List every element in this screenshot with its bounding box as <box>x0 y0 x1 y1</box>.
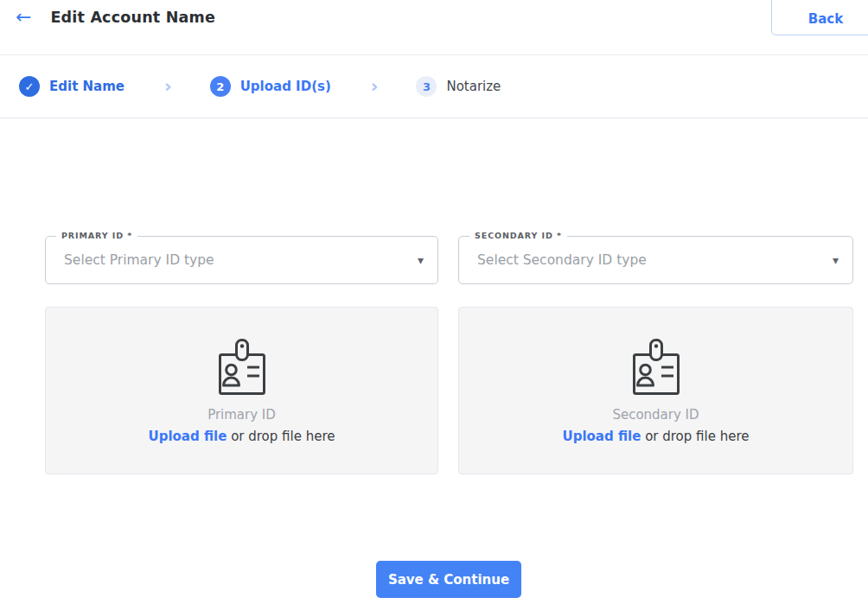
back-button[interactable]: Back <box>771 0 868 35</box>
drop-hint-text: or drop file here <box>227 429 335 444</box>
id-badge-icon <box>630 338 682 398</box>
stepper-step-notarize[interactable]: 3 Notarize <box>416 76 501 97</box>
stepper-step-upload-ids[interactable]: 2 Upload ID(s) <box>210 76 331 97</box>
secondary-id-select[interactable]: SECONDARY ID * Select Secondary ID type … <box>458 236 853 284</box>
step-label: Upload ID(s) <box>240 79 331 94</box>
primary-dropzone-hint: Upload file or drop file here <box>148 429 335 444</box>
edit-account-name-page: ← Edit Account Name Back ✓ Edit Name › 2… <box>0 0 868 604</box>
save-continue-button[interactable]: Save & Continue <box>376 561 521 598</box>
header: ← Edit Account Name Back <box>0 0 868 55</box>
chevron-right-icon: › <box>164 78 172 96</box>
header-left: ← Edit Account Name <box>12 5 215 29</box>
step-number: 2 <box>210 76 231 97</box>
id-badge-icon <box>216 338 268 398</box>
secondary-dropzone-hint: Upload file or drop file here <box>562 429 749 444</box>
drop-hint-text: or drop file here <box>641 429 749 444</box>
secondary-id-select-label: SECONDARY ID * <box>469 231 567 240</box>
check-icon: ✓ <box>19 76 40 97</box>
secondary-id-select-placeholder: Select Secondary ID type <box>477 252 647 268</box>
secondary-id-dropzone[interactable]: Secondary ID Upload file or drop file he… <box>458 307 853 474</box>
back-arrow-icon[interactable]: ← <box>12 5 35 29</box>
stepper-step-edit-name[interactable]: ✓ Edit Name <box>19 76 124 97</box>
primary-dropzone-caption: Primary ID <box>207 407 276 423</box>
step-label: Edit Name <box>49 79 124 94</box>
secondary-dropzone-caption: Secondary ID <box>612 407 699 423</box>
primary-id-select[interactable]: PRIMARY ID * Select Primary ID type ▾ <box>45 236 438 284</box>
primary-upload-file-link[interactable]: Upload file <box>148 429 227 444</box>
step-number: 3 <box>416 76 437 97</box>
secondary-upload-file-link[interactable]: Upload file <box>562 429 641 444</box>
primary-id-select-placeholder: Select Primary ID type <box>64 252 214 268</box>
stepper: ✓ Edit Name › 2 Upload ID(s) › 3 Notariz… <box>0 55 868 118</box>
step-label: Notarize <box>446 79 501 94</box>
page-title: Edit Account Name <box>50 9 215 26</box>
dropdown-arrow-icon: ▾ <box>418 253 424 267</box>
dropdown-arrow-icon: ▾ <box>833 253 839 267</box>
chevron-right-icon: › <box>371 78 379 96</box>
primary-id-dropzone[interactable]: Primary ID Upload file or drop file here <box>45 307 438 474</box>
primary-id-select-label: PRIMARY ID * <box>56 231 137 240</box>
